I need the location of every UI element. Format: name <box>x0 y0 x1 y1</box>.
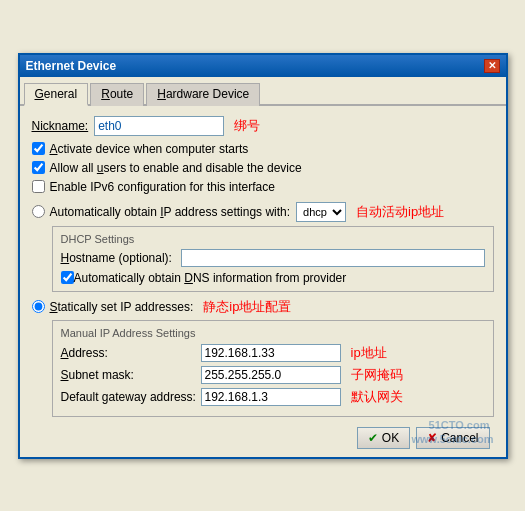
static-settings-box: Manual IP Address Settings Address: ip地址… <box>52 320 494 417</box>
auto-dns-row: Automatically obtain DNS information fro… <box>61 271 485 285</box>
manual-ip-label: Manual IP Address Settings <box>61 327 485 339</box>
close-icon: ✕ <box>488 60 496 71</box>
gateway-row: Default gateway address: 默认网关 <box>61 388 485 406</box>
static-annotation: 静态ip地址配置 <box>203 298 291 316</box>
address-row: Address: ip地址 <box>61 344 485 362</box>
auto-annotation: 自动活动ip地址 <box>356 203 444 221</box>
tab-bar: General Route Hardware Device <box>20 77 506 106</box>
checkbox-activate: Activate device when computer starts <box>32 142 494 156</box>
tab-content: Nickname: 绑号 Activate device when comput… <box>20 106 506 457</box>
button-row: ✔ OK ✘ Cancel <box>32 427 494 449</box>
nickname-annotation: 绑号 <box>234 117 260 135</box>
static-ip-row: Statically set IP addresses: 静态ip地址配置 <box>32 298 494 316</box>
tab-hardware[interactable]: Hardware Device <box>146 83 260 106</box>
nickname-input[interactable] <box>94 116 224 136</box>
ipv6-checkbox[interactable] <box>32 180 45 193</box>
tab-hardware-label: Hardware Device <box>157 87 249 101</box>
tab-route-label: Route <box>101 87 133 101</box>
activate-checkbox[interactable] <box>32 142 45 155</box>
subnet-row: Subnet mask: 子网掩码 <box>61 366 485 384</box>
auto-obtain-label: Automatically obtain IP address settings… <box>50 205 291 219</box>
dhcp-settings-box: DHCP Settings Hostname (optional): Autom… <box>52 226 494 292</box>
auto-radio[interactable] <box>32 205 45 218</box>
gateway-annotation: 默认网关 <box>351 388 403 406</box>
address-annotation: ip地址 <box>351 344 387 362</box>
address-input[interactable] <box>201 344 341 362</box>
nickname-label: Nickname: <box>32 119 89 133</box>
allow-label: Allow all users to enable and disable th… <box>50 161 302 175</box>
dhcp-settings-label: DHCP Settings <box>61 233 485 245</box>
nickname-row: Nickname: 绑号 <box>32 116 494 136</box>
cancel-icon: ✘ <box>427 431 437 445</box>
ethernet-device-window: Ethernet Device ✕ General Route Hardware… <box>18 53 508 459</box>
subnet-annotation: 子网掩码 <box>351 366 403 384</box>
subnet-input[interactable] <box>201 366 341 384</box>
tab-general[interactable]: General <box>24 83 89 106</box>
auto-obtain-row: Automatically obtain IP address settings… <box>32 202 494 222</box>
hostname-row: Hostname (optional): <box>61 249 485 267</box>
cancel-label: Cancel <box>441 431 478 445</box>
auto-dns-label: Automatically obtain DNS information fro… <box>74 271 347 285</box>
tab-route[interactable]: Route <box>90 83 144 106</box>
close-button[interactable]: ✕ <box>484 59 500 73</box>
cancel-button[interactable]: ✘ Cancel <box>416 427 489 449</box>
static-radio[interactable] <box>32 300 45 313</box>
subnet-label: Subnet mask: <box>61 368 201 382</box>
hostname-input[interactable] <box>181 249 485 267</box>
window-title: Ethernet Device <box>26 59 117 73</box>
hostname-label: Hostname (optional): <box>61 251 181 265</box>
ok-icon: ✔ <box>368 431 378 445</box>
address-label: Address: <box>61 346 201 360</box>
checkbox-allow: Allow all users to enable and disable th… <box>32 161 494 175</box>
activate-label: Activate device when computer starts <box>50 142 249 156</box>
checkbox-ipv6: Enable IPv6 configuration for this inter… <box>32 180 494 194</box>
ok-button[interactable]: ✔ OK <box>357 427 410 449</box>
tab-general-label: General <box>35 87 78 101</box>
ipv6-label: Enable IPv6 configuration for this inter… <box>50 180 275 194</box>
dhcp-dropdown[interactable]: dhcp <box>296 202 346 222</box>
ok-label: OK <box>382 431 399 445</box>
gateway-input[interactable] <box>201 388 341 406</box>
gateway-label: Default gateway address: <box>61 390 201 404</box>
static-ip-label: Statically set IP addresses: <box>50 300 194 314</box>
title-bar: Ethernet Device ✕ <box>20 55 506 77</box>
allow-checkbox[interactable] <box>32 161 45 174</box>
auto-dns-checkbox[interactable] <box>61 271 74 284</box>
